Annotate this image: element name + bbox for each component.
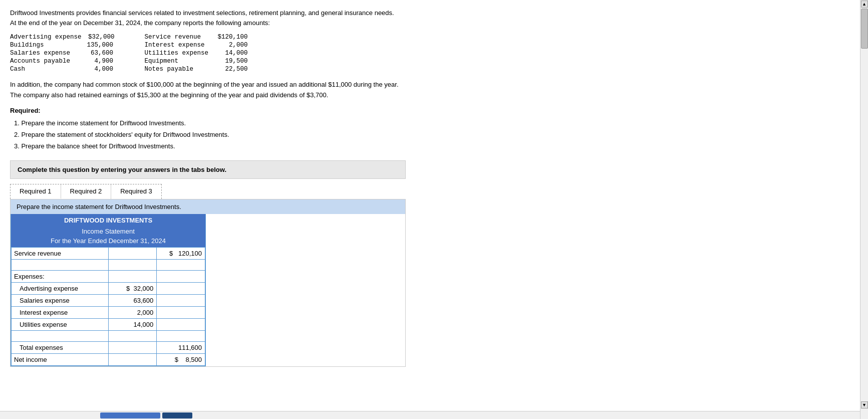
value-cash: 4,000 xyxy=(83,66,113,73)
label-service-rev: Service revenue xyxy=(145,34,215,41)
advertising-expense-col1[interactable]: $ 32,000 xyxy=(108,282,157,294)
h-scroll-thumb[interactable] xyxy=(100,412,160,418)
value-utilities-exp: 14,000 xyxy=(218,50,248,57)
amounts-row-3: Salaries expense 63,600 xyxy=(10,50,115,57)
tab-required-2[interactable]: Required 2 xyxy=(61,184,112,199)
empty-cell xyxy=(108,259,157,270)
service-revenue-col1[interactable] xyxy=(108,247,157,259)
empty-cell xyxy=(157,330,205,341)
value-service-rev: $120,100 xyxy=(218,34,248,41)
table-row: Salaries expense 63,600 xyxy=(12,294,205,306)
statement-period: For the Year Ended December 31, 2024 xyxy=(11,236,205,247)
service-revenue-label: Service revenue xyxy=(12,247,109,259)
tab-required-3-label: Required 3 xyxy=(120,187,152,195)
tabs-container: Required 1 Required 2 Required 3 Prepare… xyxy=(10,184,406,367)
total-expenses-col1 xyxy=(108,341,157,353)
tab-required-3[interactable]: Required 3 xyxy=(111,184,161,199)
tabs-row: Required 1 Required 2 Required 3 xyxy=(10,184,162,199)
intro-line2: At the end of the year on December 31, 2… xyxy=(10,19,270,27)
empty-cell xyxy=(12,259,109,270)
amounts-left-col: Advertising expense $32,000 Buildings 13… xyxy=(10,34,115,73)
additional-line2: The company also had retained earnings o… xyxy=(10,90,471,101)
required-list: 1. Prepare the income statement for Drif… xyxy=(14,117,858,152)
tab-required-1-label: Required 1 xyxy=(20,187,52,195)
complete-box: Complete this question by entering your … xyxy=(10,160,406,179)
expenses-header: Expenses: xyxy=(12,270,109,282)
value-advertising: $32,000 xyxy=(85,34,115,41)
amounts-row-5: Cash 4,000 xyxy=(10,66,115,73)
value-accounts-payable: 4,900 xyxy=(83,58,113,65)
amounts-row-2: Buildings 135,000 xyxy=(10,42,115,49)
empty-cell xyxy=(108,330,157,341)
advertising-expense-label: Advertising expense xyxy=(12,282,109,294)
advertising-expense-col2 xyxy=(157,282,205,294)
label-equipment: Equipment xyxy=(145,58,215,65)
statement-subtitle: Income Statement xyxy=(11,227,205,236)
amounts-row-1: Advertising expense $32,000 xyxy=(10,34,115,41)
table-row: Utilities expense 14,000 xyxy=(12,318,205,330)
table-row xyxy=(12,330,205,341)
label-interest-exp: Interest expense xyxy=(145,42,215,49)
amounts-row-r5: Notes payable 22,500 xyxy=(145,66,248,73)
label-salaries: Salaries expense xyxy=(10,50,80,57)
amounts-row-4: Accounts payable 4,900 xyxy=(10,58,115,65)
interest-expense-label: Interest expense xyxy=(12,306,109,318)
net-income-col2: $ 8,500 xyxy=(157,353,205,365)
tab-content-description: Prepare the income statement for Driftwo… xyxy=(11,199,405,214)
tab-required-2-label: Required 2 xyxy=(70,187,102,195)
salaries-expense-col2 xyxy=(157,294,205,306)
label-cash: Cash xyxy=(10,66,80,73)
salaries-expense-col1[interactable]: 63,600 xyxy=(108,294,157,306)
required-item-2: 2. Prepare the statement of stockholders… xyxy=(14,129,858,140)
interest-expense-col1[interactable]: 2,000 xyxy=(108,306,157,318)
empty-cell xyxy=(12,330,109,341)
scroll-up-arrow[interactable]: ▲ xyxy=(861,1,868,8)
net-income-col1 xyxy=(108,353,157,365)
salaries-expense-label: Salaries expense xyxy=(12,294,109,306)
value-buildings: 135,000 xyxy=(83,42,113,49)
expenses-header-col1 xyxy=(108,270,157,282)
label-advertising: Advertising expense xyxy=(10,34,82,41)
amounts-table: Advertising expense $32,000 Buildings 13… xyxy=(10,34,858,73)
amounts-row-r3: Utilities expense 14,000 xyxy=(145,50,248,57)
amounts-row-r2: Interest expense 2,000 xyxy=(145,42,248,49)
value-equipment: 19,500 xyxy=(218,58,248,65)
scroll-thumb[interactable] xyxy=(861,9,868,49)
total-expenses-label: Total expenses xyxy=(12,341,109,353)
table-row: Total expenses 111,600 xyxy=(12,341,205,353)
amounts-row-r4: Equipment 19,500 xyxy=(145,58,248,65)
vertical-scrollbar[interactable]: ▲ ▼ xyxy=(860,0,868,419)
tab-content-area: Prepare the income statement for Driftwo… xyxy=(10,199,406,367)
horizontal-scrollbar[interactable] xyxy=(0,411,860,419)
net-income-label: Net income xyxy=(12,353,109,365)
additional-text: In addition, the company had common stoc… xyxy=(10,80,471,101)
table-row: Expenses: xyxy=(12,270,205,282)
utilities-expense-col2 xyxy=(157,318,205,330)
intro-line1: Driftwood Investments provides financial… xyxy=(10,9,394,17)
table-row: Net income $ 8,500 xyxy=(12,353,205,365)
expenses-header-col2 xyxy=(157,270,205,282)
table-row xyxy=(12,259,205,270)
h-scroll-thumb2[interactable] xyxy=(162,412,192,418)
label-accounts-payable: Accounts payable xyxy=(10,58,80,65)
empty-cell xyxy=(157,259,205,270)
value-interest-exp: 2,000 xyxy=(218,42,248,49)
label-notes-payable: Notes payable xyxy=(145,66,215,73)
table-row: Advertising expense $ 32,000 xyxy=(12,282,205,294)
table-row: Service revenue $ 120,100 xyxy=(12,247,205,259)
service-revenue-col2: $ 120,100 xyxy=(157,247,205,259)
tab-required-1[interactable]: Required 1 xyxy=(11,184,61,199)
intro-paragraph: Driftwood Investments provides financial… xyxy=(10,8,461,28)
scroll-down-arrow[interactable]: ▼ xyxy=(861,401,868,408)
utilities-expense-col1[interactable]: 14,000 xyxy=(108,318,157,330)
statement-table: Service revenue $ 120,100 Expenses: xyxy=(11,247,205,366)
table-row: Interest expense 2,000 xyxy=(12,306,205,318)
label-utilities-exp: Utilities expense xyxy=(145,50,215,57)
income-statement: DRIFTWOOD INVESTMENTS Income Statement F… xyxy=(11,214,206,366)
required-item-1: 1. Prepare the income statement for Drif… xyxy=(14,117,858,129)
value-salaries: 63,600 xyxy=(83,50,113,57)
complete-box-text: Complete this question by entering your … xyxy=(18,166,226,173)
required-label: Required: xyxy=(10,107,858,114)
statement-title: DRIFTWOOD INVESTMENTS xyxy=(11,214,205,227)
amounts-right-col: Service revenue $120,100 Interest expens… xyxy=(145,34,248,73)
